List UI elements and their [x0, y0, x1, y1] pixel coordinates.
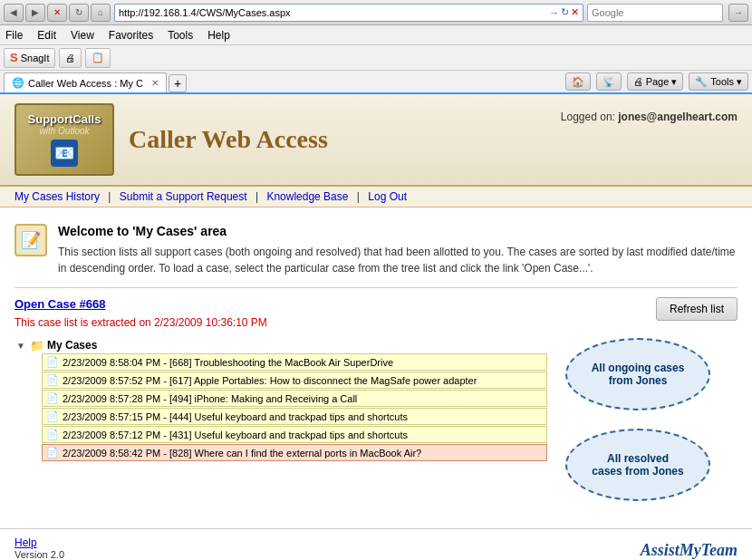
- page-footer: Help Version 2.0 AssistMyTeam: [0, 528, 752, 560]
- case-list: 📄 2/23/2009 8:58:04 PM - [668] Troublesh…: [42, 353, 547, 461]
- logged-on-area: Logged on: jones@angelheart.com: [561, 103, 738, 123]
- tree-root-row: ▼ 📁 My Cases: [14, 338, 547, 352]
- snagit-button[interactable]: S SnagIt: [4, 48, 55, 68]
- case-text: 2/23/2009 8:57:52 PM - [617] Apple Porta…: [63, 375, 477, 386]
- nav-knowledge-base[interactable]: Knowledge Base: [266, 190, 348, 203]
- nav-links: My Cases History | Submit a Support Requ…: [0, 187, 752, 208]
- forward-button[interactable]: ▶: [25, 4, 45, 22]
- doc-icon: 📄: [46, 429, 59, 440]
- case-text: 2/23/2009 8:57:15 PM - [444] Useful keyb…: [63, 411, 408, 422]
- snagit-label: SnagIt: [21, 53, 50, 63]
- cases-main-area: ▼ 📁 My Cases 📄 2/23/2009 8:58:04 PM - [6…: [14, 338, 738, 501]
- content-area: 📝 Welcome to 'My Cases' area This sectio…: [0, 208, 752, 510]
- list-item[interactable]: 📄 2/23/2009 8:57:52 PM - [617] Apple Por…: [42, 372, 547, 389]
- tab-close-button[interactable]: ✕: [151, 78, 159, 88]
- title-bar: ◀ ▶ ✕ ↻ ⌂ http://192.168.1.4/CWS/MyCases…: [0, 0, 752, 25]
- case-text: 2/23/2009 8:57:12 PM - [431] Useful keyb…: [63, 430, 408, 440]
- logo-text-line1: SupportCalls: [28, 112, 101, 127]
- back-button[interactable]: ◀: [4, 4, 24, 22]
- menu-file[interactable]: File: [4, 29, 24, 42]
- nav-buttons[interactable]: ◀ ▶ ✕ ↻ ⌂: [4, 4, 111, 22]
- search-go-button[interactable]: →: [728, 4, 748, 22]
- welcome-title: Welcome to 'My Cases' area: [58, 224, 738, 238]
- address-bar[interactable]: http://192.168.1.4/CWS/MyCases.aspx → ↻ …: [114, 4, 583, 22]
- brand-text: AssistMyTeam: [641, 541, 738, 560]
- list-item[interactable]: 📄 2/23/2009 8:57:12 PM - [431] Useful ke…: [42, 426, 547, 443]
- doc-icon: 📄: [46, 410, 59, 422]
- home-button[interactable]: ⌂: [91, 4, 111, 22]
- case-text: 2/23/2009 8:57:28 PM - [494] iPhone: Mak…: [63, 393, 357, 404]
- extraction-text: This case list is extracted on 2/23/2009…: [14, 316, 738, 329]
- menu-view[interactable]: View: [69, 29, 96, 42]
- page-header: SupportCalls with Outlook 📧 Caller Web A…: [0, 94, 752, 187]
- bubbles-section: All ongoing cases from Jones All resolve…: [556, 338, 738, 501]
- doc-icon: 📄: [46, 447, 59, 459]
- nav-sep-1: |: [108, 190, 111, 203]
- toolbar: S SnagIt 🖨 📋: [0, 45, 752, 71]
- app-title: Caller Web Access: [129, 125, 328, 154]
- menu-tools[interactable]: Tools: [166, 29, 195, 42]
- toolbar-icon-3: 📋: [92, 52, 104, 63]
- doc-icon: 📄: [46, 374, 59, 386]
- case-text: 2/23/2009 8:58:42 PM - [828] Where can I…: [63, 448, 421, 459]
- cases-tree: ▼ 📁 My Cases 📄 2/23/2009 8:58:04 PM - [6…: [14, 338, 547, 461]
- toolbar-btn-2[interactable]: 🖨: [59, 48, 82, 68]
- help-link[interactable]: Help: [14, 536, 37, 549]
- snagit-icon: S: [10, 51, 18, 64]
- page-content: SupportCalls with Outlook 📧 Caller Web A…: [0, 94, 752, 560]
- toolbar-btn-3[interactable]: 📋: [85, 48, 111, 68]
- refresh-list-button[interactable]: Refresh list: [656, 297, 738, 321]
- print-button[interactable]: 🖨 Page ▾: [627, 72, 684, 91]
- tab-main[interactable]: 🌐 Caller Web Access : My C... ✕: [4, 72, 167, 92]
- doc-icon: 📄: [46, 392, 59, 404]
- logo-area: SupportCalls with Outlook 📧 Caller Web A…: [14, 103, 328, 176]
- welcome-text: Welcome to 'My Cases' area This section …: [58, 224, 738, 276]
- tools-button[interactable]: 🔧 Tools ▾: [689, 72, 748, 91]
- search-input[interactable]: [587, 4, 723, 22]
- doc-icon: 📄: [46, 356, 59, 368]
- nav-sep-2: |: [255, 190, 258, 203]
- nav-cases-history[interactable]: My Cases History: [14, 190, 100, 203]
- open-case-link[interactable]: Open Case #668: [14, 297, 105, 311]
- menu-help[interactable]: Help: [206, 29, 232, 42]
- menu-bar: File Edit View Favorites Tools Help: [0, 25, 752, 45]
- address-text: http://192.168.1.4/CWS/MyCases.aspx: [119, 7, 545, 18]
- folder-icon: 📁: [31, 339, 43, 352]
- feeds-button[interactable]: 📡: [596, 72, 622, 91]
- stop-address-button[interactable]: ✕: [571, 6, 579, 18]
- toolbar-icon-2: 🖨: [65, 53, 75, 63]
- list-item[interactable]: 📄 2/23/2009 8:57:15 PM - [444] Useful ke…: [42, 408, 547, 425]
- nav-sep-3: |: [357, 190, 360, 203]
- list-item[interactable]: 📄 2/23/2009 8:58:42 PM - [828] Where can…: [42, 444, 547, 461]
- tree-collapse-icon[interactable]: ▼: [14, 339, 27, 352]
- tab-bar: 🌐 Caller Web Access : My C... ✕ + 🏠 📡 🖨 …: [0, 71, 752, 94]
- logo-box: SupportCalls with Outlook 📧: [14, 103, 114, 176]
- menu-favorites[interactable]: Favorites: [107, 29, 155, 42]
- list-item[interactable]: 📄 2/23/2009 8:58:04 PM - [668] Troublesh…: [42, 353, 547, 371]
- ongoing-cases-bubble: All ongoing cases from Jones: [565, 338, 710, 410]
- go-button[interactable]: →: [549, 7, 559, 18]
- stop-button[interactable]: ✕: [47, 4, 67, 22]
- menu-edit[interactable]: Edit: [35, 29, 58, 42]
- welcome-box: 📝 Welcome to 'My Cases' area This sectio…: [14, 217, 738, 288]
- welcome-icon: 📝: [14, 224, 47, 256]
- logo-text-line2: with Outlook: [39, 126, 89, 136]
- cases-header-area: Open Case #668 Refresh list: [14, 297, 738, 316]
- refresh-address-button[interactable]: ↻: [561, 6, 569, 18]
- tree-root-label: My Cases: [47, 339, 97, 352]
- nav-log-out[interactable]: Log Out: [368, 190, 407, 203]
- resolved-cases-bubble: All resolved cases from Jones: [565, 429, 710, 501]
- nav-submit-request[interactable]: Submit a Support Request: [120, 190, 247, 203]
- logo-outlook-icon: 📧: [51, 140, 78, 167]
- home-nav-button[interactable]: 🏠: [565, 72, 591, 91]
- welcome-description: This section lists all support cases (bo…: [58, 244, 738, 276]
- cases-section: ▼ 📁 My Cases 📄 2/23/2009 8:58:04 PM - [6…: [14, 338, 547, 501]
- new-tab-button[interactable]: +: [169, 74, 187, 92]
- reload-button[interactable]: ↻: [69, 4, 89, 22]
- footer-left: Help Version 2.0: [14, 536, 64, 560]
- list-item[interactable]: 📄 2/23/2009 8:57:28 PM - [494] iPhone: M…: [42, 390, 547, 407]
- version-text: Version 2.0: [14, 549, 64, 560]
- tab-title: Caller Web Access : My C...: [28, 78, 144, 89]
- logged-on-label: Logged on:: [561, 111, 615, 123]
- case-text: 2/23/2009 8:58:04 PM - [668] Troubleshoo…: [63, 357, 393, 368]
